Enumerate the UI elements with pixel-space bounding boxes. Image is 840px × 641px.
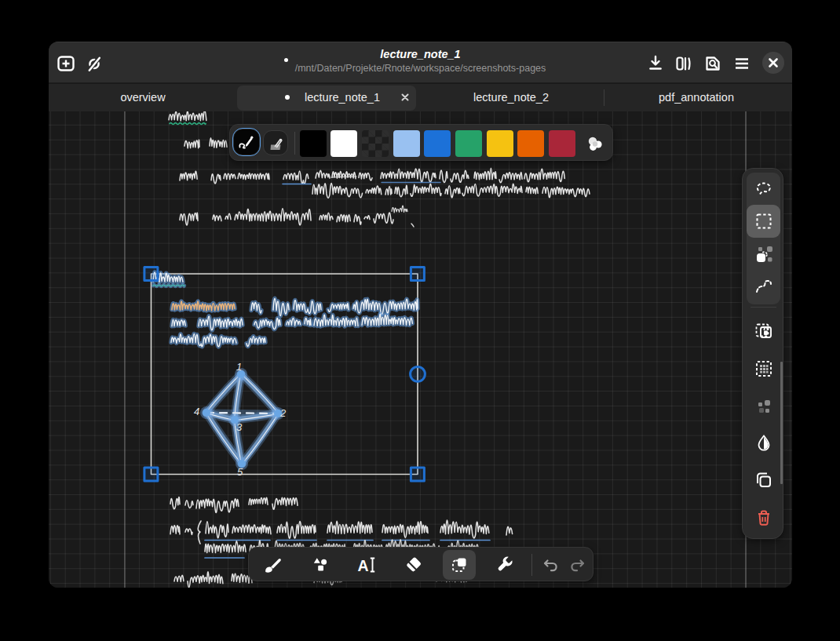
svg-text:3: 3 xyxy=(236,421,243,433)
svg-text:1: 1 xyxy=(236,361,242,373)
svg-text:5: 5 xyxy=(237,466,243,478)
svg-text:2: 2 xyxy=(279,407,287,419)
svg-text:4: 4 xyxy=(194,406,199,417)
svg-text:A: A xyxy=(358,557,369,574)
